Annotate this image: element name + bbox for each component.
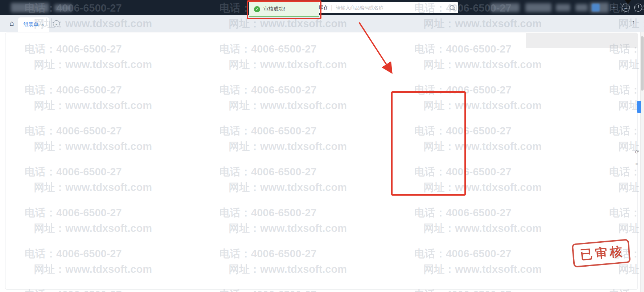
side-quick-tab[interactable] <box>637 101 641 113</box>
toast-message: 审核成功! <box>263 6 285 12</box>
tab-label: 组装单 <box>24 21 39 28</box>
nav-blurred-item <box>491 3 520 12</box>
refresh-icon[interactable]: ⟳ <box>635 149 639 155</box>
toolbar-panel <box>526 33 638 48</box>
home-icon[interactable]: ⌂ <box>9 19 14 28</box>
collapse-up-icon[interactable]: ↑ <box>632 19 635 25</box>
search-icon[interactable] <box>450 5 455 10</box>
success-toast: ✓ 审核成功! <box>249 2 319 17</box>
search-divider: | <box>331 4 332 11</box>
app-logo <box>11 3 49 12</box>
nav-blurred-item <box>556 4 570 11</box>
success-check-icon: ✓ <box>254 6 260 12</box>
top-navbar: 搜库存 | ⌄ ← <box>0 0 644 15</box>
inventory-search-bar[interactable]: 搜库存 | <box>310 2 458 13</box>
watermark-tile: 电话：4006-6500-27网址：www.tdxsoft.com <box>609 289 644 292</box>
back-icon[interactable]: ← <box>622 4 630 12</box>
watermark-tile: 电话：4006-6500-27网址：www.tdxsoft.com <box>220 289 347 292</box>
document-card <box>5 33 638 290</box>
nav-blurred-item <box>525 3 551 12</box>
doc-panel-icon[interactable]: ≡ <box>635 162 638 167</box>
nav-avatar-icon <box>592 4 600 12</box>
watermark-tile: 电话：4006-6500-27网址：www.tdxsoft.com <box>25 289 152 292</box>
watermark-tile: 电话：4006-6500-27网址：www.tdxsoft.com <box>414 289 542 292</box>
user-menu-chevron-icon[interactable]: ⌄ <box>612 4 616 9</box>
tab-list-chevron-icon[interactable]: ⌄ <box>53 20 60 27</box>
nav-blurred-item <box>575 4 588 11</box>
power-icon[interactable] <box>634 4 642 12</box>
tab-bar: ⌂ 组装单 × ⌄ ↑ <box>0 15 644 32</box>
audited-stamp: 已审核 <box>571 239 631 268</box>
scrollbar-thumb[interactable] <box>641 36 644 91</box>
cursor-wedge <box>625 0 631 4</box>
tab-close-icon[interactable]: × <box>41 22 44 28</box>
app-logo-sub <box>54 4 72 12</box>
search-input[interactable] <box>335 5 450 11</box>
tab-assembly-order[interactable]: 组装单 × <box>18 17 49 32</box>
app-screen: 搜库存 | ⌄ ← ⌂ 组装单 × ⌄ ↑ 新增 复制为 ▾ 打印 ▾ 反审核 <box>0 0 644 292</box>
power-glyph <box>638 5 639 8</box>
